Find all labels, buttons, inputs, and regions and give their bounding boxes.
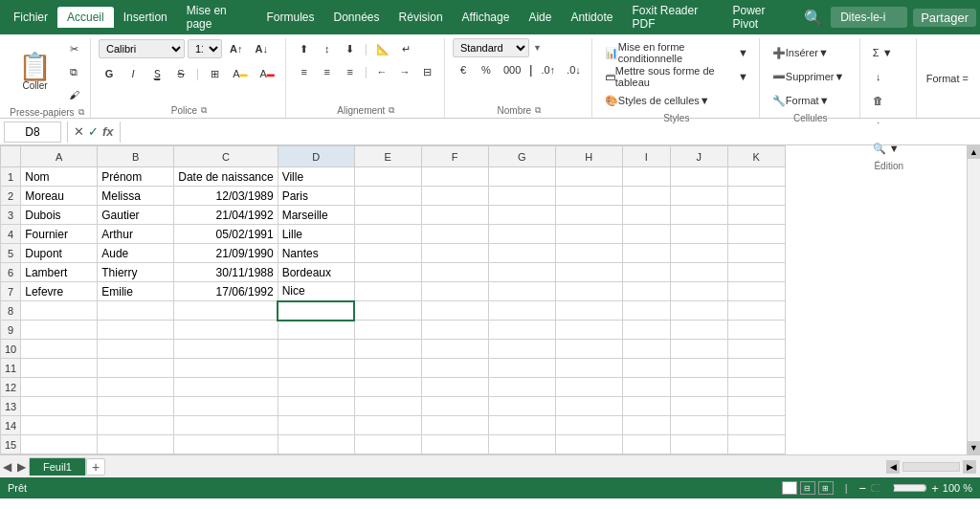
- zoom-out-button[interactable]: −: [859, 481, 867, 496]
- cell-E6[interactable]: [354, 263, 421, 282]
- zoom-in-button[interactable]: +: [931, 481, 939, 496]
- cell-K6[interactable]: [727, 263, 785, 282]
- cell-K5[interactable]: [727, 244, 785, 263]
- scroll-track[interactable]: [968, 159, 980, 441]
- cell-A3[interactable]: Dubois: [21, 206, 98, 225]
- cell-G6[interactable]: [488, 263, 555, 282]
- font-size-increase[interactable]: A↑: [225, 38, 247, 59]
- cell-A4[interactable]: Fournier: [21, 225, 98, 244]
- cell-H1[interactable]: [555, 167, 622, 187]
- cell-E7[interactable]: [354, 282, 421, 301]
- cell-G5[interactable]: [488, 244, 555, 263]
- menu-mise-en-page[interactable]: Mise en page: [177, 0, 257, 34]
- number-format-select[interactable]: Standard: [453, 38, 529, 57]
- cell-F8[interactable]: [421, 301, 488, 321]
- cell-J3[interactable]: [670, 206, 727, 225]
- cell-reference-input[interactable]: [4, 122, 61, 143]
- delete-button[interactable]: ➖ Supprimer ▼: [768, 66, 854, 87]
- cell-F4[interactable]: [421, 225, 488, 244]
- cell-B1[interactable]: Prénom: [98, 167, 174, 187]
- merge-center[interactable]: ⊟: [417, 61, 438, 82]
- cell-H3[interactable]: [555, 206, 622, 225]
- tab-scroll-right[interactable]: ▶: [14, 460, 29, 474]
- cell-I3[interactable]: [622, 206, 670, 225]
- cell-H2[interactable]: [555, 187, 622, 206]
- row-header-12[interactable]: 12: [1, 378, 21, 397]
- cell-E8[interactable]: [354, 301, 421, 321]
- col-header-A[interactable]: A: [21, 146, 98, 167]
- formula-input[interactable]: [126, 123, 976, 141]
- cell-J2[interactable]: [670, 187, 727, 206]
- indent-increase[interactable]: →: [394, 61, 415, 82]
- cell-E5[interactable]: [354, 244, 421, 263]
- cell-D1[interactable]: Ville: [278, 167, 354, 187]
- row-header-4[interactable]: 4: [1, 225, 21, 244]
- h-scroll-left[interactable]: ◀: [886, 460, 900, 474]
- h-scroll-track[interactable]: [902, 462, 960, 472]
- police-expand[interactable]: ⧉: [201, 105, 207, 116]
- row-header-6[interactable]: 6: [1, 263, 21, 282]
- cell-B3[interactable]: Gautier: [98, 206, 174, 225]
- cell-G8[interactable]: [488, 301, 555, 321]
- percent-button[interactable]: %: [476, 59, 497, 80]
- bold-button[interactable]: G: [99, 63, 120, 84]
- clear-button[interactable]: 🗑: [868, 90, 889, 111]
- row-header-1[interactable]: 1: [1, 167, 21, 187]
- menu-revision[interactable]: Révision: [390, 7, 453, 28]
- cell-I7[interactable]: [622, 282, 670, 301]
- thousands-button[interactable]: 000: [499, 59, 525, 80]
- cell-A7[interactable]: Lefevre: [21, 282, 98, 301]
- col-header-D[interactable]: D: [278, 146, 354, 167]
- sheet-tab-feuil1[interactable]: Feuil1: [29, 457, 86, 476]
- cell-C1[interactable]: Date de naissance: [174, 167, 278, 187]
- cell-F1[interactable]: [421, 167, 488, 187]
- cell-D4[interactable]: Lille: [278, 225, 354, 244]
- sum-button[interactable]: Σ ▼: [868, 42, 898, 63]
- cell-E3[interactable]: [354, 206, 421, 225]
- cell-D6[interactable]: Bordeaux: [278, 263, 354, 282]
- menu-aide[interactable]: Aide: [519, 7, 561, 28]
- col-header-C[interactable]: C: [174, 146, 278, 167]
- row-header-8[interactable]: 8: [1, 301, 21, 321]
- cell-I6[interactable]: [622, 263, 670, 282]
- scroll-up-arrow[interactable]: ▲: [968, 145, 980, 159]
- underline-button[interactable]: S̲: [146, 63, 167, 84]
- cell-D5[interactable]: Nantes: [278, 244, 354, 263]
- menu-insertion[interactable]: Insertion: [114, 7, 177, 28]
- cell-A8[interactable]: [21, 301, 98, 321]
- share-button[interactable]: Partager: [913, 9, 976, 27]
- cell-J4[interactable]: [670, 225, 727, 244]
- zoom-slider[interactable]: [870, 480, 927, 496]
- menu-accueil[interactable]: Accueil: [57, 7, 114, 28]
- cell-J6[interactable]: [670, 263, 727, 282]
- menu-fichier[interactable]: Fichier: [4, 7, 57, 28]
- cell-D2[interactable]: Paris: [278, 187, 354, 206]
- col-header-H[interactable]: H: [555, 146, 622, 167]
- conditional-format-button[interactable]: 📊 Mise en forme conditionnelle ▼: [600, 42, 753, 63]
- format-button[interactable]: 🔧 Format ▼: [768, 90, 854, 111]
- cell-B6[interactable]: Thierry: [98, 263, 174, 282]
- sheet-scroll[interactable]: A B C D E F G H I J K: [0, 145, 967, 454]
- cell-I5[interactable]: [622, 244, 670, 263]
- font-size-decrease[interactable]: A↓: [250, 38, 272, 59]
- currency-button[interactable]: €: [453, 59, 474, 80]
- fill-color-button[interactable]: A▬: [228, 63, 252, 84]
- search-icon[interactable]: 🔍: [796, 9, 831, 27]
- cell-C5[interactable]: 21/09/1990: [174, 244, 278, 263]
- cell-K8[interactable]: [727, 301, 785, 321]
- font-color-button[interactable]: A▬: [255, 63, 278, 84]
- cell-I1[interactable]: [622, 167, 670, 187]
- italic-button[interactable]: I: [122, 63, 144, 84]
- align-middle[interactable]: ↕: [317, 38, 338, 59]
- cell-F5[interactable]: [421, 244, 488, 263]
- font-size-select[interactable]: 11: [188, 39, 222, 58]
- cell-A1[interactable]: Nom: [21, 167, 98, 187]
- cell-D3[interactable]: Marseille: [278, 206, 354, 225]
- row-header-15[interactable]: 15: [1, 435, 21, 454]
- cancel-formula-icon[interactable]: ✕: [74, 124, 84, 139]
- page-layout-icon[interactable]: ⊟: [800, 481, 815, 495]
- cell-G1[interactable]: [488, 167, 555, 187]
- menu-affichage[interactable]: Affichage: [453, 7, 520, 28]
- cell-styles-button[interactable]: 🎨 Styles de cellules ▼: [600, 90, 753, 111]
- cell-K2[interactable]: [727, 187, 785, 206]
